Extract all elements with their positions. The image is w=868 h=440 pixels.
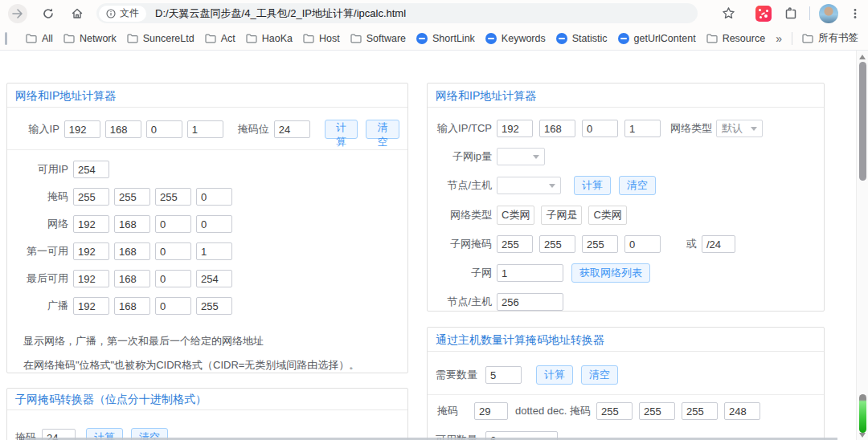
bookmark-statistic[interactable]: Statistic (556, 33, 608, 44)
mask-bits-input[interactable] (274, 120, 310, 138)
profile-avatar[interactable] (819, 4, 838, 23)
bookmark-folder-host[interactable]: Host (303, 33, 340, 44)
url-scheme-chip[interactable]: 文件 (99, 6, 146, 22)
mask-octet1[interactable] (73, 188, 109, 206)
last-octet3[interactable] (155, 270, 191, 287)
bookmark-geturlcontent[interactable]: getUrlContent (618, 33, 696, 44)
node-host-result-input[interactable] (497, 293, 563, 311)
ip-octet3-input[interactable] (582, 120, 618, 137)
browser-window: 文件 D:/天翼云盘同步盘/4_工具包/2_IP地址计算/ipcalc.html… (0, 0, 868, 440)
mask-octet3[interactable] (155, 188, 191, 206)
bookmark-keywords[interactable]: Keywords (485, 33, 546, 44)
mask-octet2[interactable] (114, 188, 150, 206)
ip-octet3-input[interactable] (146, 120, 182, 138)
panel-title: 通过主机数量计算掩码地址转换器 (428, 328, 824, 352)
broadcast-octet1[interactable] (73, 297, 109, 315)
forward-button[interactable] (8, 4, 27, 23)
bookmark-label: Network (80, 33, 117, 44)
home-button[interactable] (68, 4, 87, 23)
broadcast-octet4[interactable] (196, 297, 232, 315)
net-type-select[interactable]: 默认 (716, 120, 763, 137)
info-icon (106, 9, 116, 18)
scrollbar-thumb[interactable] (859, 62, 866, 181)
clear-button[interactable]: 清空 (366, 120, 399, 139)
network-octet1[interactable] (73, 215, 109, 233)
mask-bits-input[interactable] (474, 402, 508, 420)
need-count-input[interactable] (485, 366, 522, 384)
bookmark-label: Resource (723, 33, 766, 44)
dotted-octet4[interactable] (724, 402, 760, 420)
subnet-mask-octet4[interactable] (624, 235, 661, 253)
folder-icon (350, 34, 362, 43)
calc-button[interactable]: 计算 (325, 120, 358, 139)
first-octet3[interactable] (155, 242, 191, 260)
extension-red-icon[interactable] (755, 6, 772, 22)
bookmark-folder-resource[interactable]: Resource (706, 33, 766, 44)
bookmark-folder-act[interactable]: Act (205, 33, 235, 44)
refresh-button[interactable] (39, 4, 58, 23)
ip-octet2-input[interactable] (105, 120, 141, 138)
menu-icon[interactable] (845, 4, 865, 23)
bookmark-label: Host (319, 33, 340, 44)
ip-octet4-input[interactable] (624, 120, 661, 137)
cidr-input[interactable] (702, 235, 735, 253)
subnet-mask-octet1[interactable] (497, 235, 533, 253)
address-bar[interactable]: 文件 D:/天翼云盘同步盘/4_工具包/2_IP地址计算/ipcalc.html (96, 3, 698, 23)
broadcast-octet2[interactable] (114, 297, 150, 315)
vertical-scrollbar[interactable] (856, 51, 868, 440)
all-bookmarks-button[interactable]: 所有书签 (802, 31, 858, 45)
subnet-mask-octet2[interactable] (539, 235, 575, 253)
ip-octet2-input[interactable] (539, 120, 575, 137)
dotted-octet1[interactable] (596, 402, 633, 420)
bookmark-folder-all[interactable]: All (26, 33, 53, 44)
mask-octet4[interactable] (196, 188, 232, 206)
dotted-octet2[interactable] (639, 402, 675, 420)
network-class-label: 网络类型 (436, 208, 492, 222)
network-octet4[interactable] (196, 215, 232, 233)
network-octet2[interactable] (114, 215, 150, 233)
broadcast-octet3[interactable] (155, 297, 191, 315)
mask-bits-label: 掩码 (436, 404, 474, 418)
clear-button[interactable]: 清空 (619, 176, 656, 195)
available-ip-value[interactable] (73, 161, 109, 178)
last-octet1[interactable] (73, 270, 109, 287)
first-octet1[interactable] (73, 242, 109, 260)
last-octet4[interactable] (196, 270, 232, 287)
last-octet2[interactable] (114, 270, 150, 287)
bookmark-label: Software (366, 33, 406, 44)
panel-ip-calculator-right: 网络和IP地址计算器 输入IP/TCP 网络类型 默认 子网ip量 (427, 83, 825, 312)
network-octet3[interactable] (155, 215, 191, 233)
bookmark-folder-suncereltd[interactable]: SuncereLtd (127, 33, 194, 44)
first-octet2[interactable] (114, 242, 150, 260)
bookmark-label: HaoKa (262, 33, 293, 44)
subnet-mask-octet3[interactable] (582, 235, 618, 253)
first-usable-label: 第一可用 (15, 244, 68, 259)
url-text[interactable]: D:/天翼云盘同步盘/4_工具包/2_IP地址计算/ipcalc.html (155, 6, 406, 21)
clear-button[interactable]: 清空 (581, 365, 618, 385)
ip-octet1-input[interactable] (497, 120, 533, 137)
bookmark-label: 所有书签 (818, 31, 858, 45)
subnet-class-box: C类网 (588, 206, 626, 225)
scroll-down-arrow-icon[interactable] (859, 433, 866, 438)
calc-button[interactable]: 计算 (536, 365, 573, 385)
bookmark-folder-network[interactable]: Network (63, 33, 117, 44)
subnet-ip-count-select[interactable] (497, 148, 545, 165)
subnet-input[interactable] (497, 264, 563, 282)
bookmark-folder-software[interactable]: Software (350, 33, 406, 44)
ip-octet1-input[interactable] (64, 120, 100, 138)
get-network-list-button[interactable]: 获取网络列表 (571, 263, 650, 283)
scrollbar-green-indicator[interactable] (859, 394, 866, 433)
first-octet4[interactable] (196, 242, 232, 260)
network-class-box: C类网 (497, 206, 534, 225)
bookmark-shortlink[interactable]: ShortLink (416, 33, 475, 44)
extensions-puzzle-icon[interactable] (781, 4, 800, 23)
broadcast-label: 广播 (15, 299, 68, 313)
node-host-select[interactable] (497, 177, 561, 194)
calc-button[interactable]: 计算 (574, 176, 611, 195)
scroll-up-arrow-icon[interactable] (859, 55, 866, 59)
bookmarks-overflow-chevron[interactable]: » (776, 32, 782, 45)
bookmark-star-icon[interactable] (719, 4, 738, 23)
bookmark-folder-haoka[interactable]: HaoKa (246, 33, 293, 44)
dotted-octet3[interactable] (682, 402, 718, 420)
ip-octet4-input[interactable] (187, 120, 223, 138)
